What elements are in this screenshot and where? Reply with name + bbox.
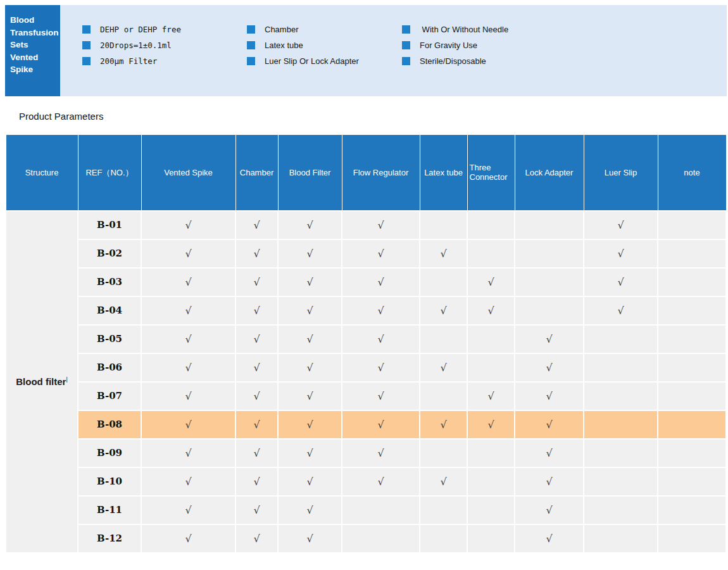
check-cell: √ bbox=[235, 382, 278, 410]
check-cell: √ bbox=[584, 268, 658, 296]
empty-cell bbox=[467, 524, 515, 553]
table-row: B-11√√√√ bbox=[6, 496, 726, 524]
empty-cell bbox=[658, 239, 726, 268]
table-row: B-03√√√√√√ bbox=[6, 268, 726, 296]
empty-cell bbox=[658, 496, 726, 524]
feature-item: DEHP or DEHP free bbox=[82, 25, 181, 34]
empty-cell bbox=[584, 353, 658, 382]
check-cell: √ bbox=[141, 410, 235, 439]
check-cell: √ bbox=[420, 296, 467, 325]
check-cell: √ bbox=[278, 239, 342, 268]
check-cell: √ bbox=[515, 496, 584, 524]
table-row: Blood filter|B-01√√√√√ bbox=[6, 211, 726, 239]
bullet-square-icon bbox=[82, 57, 91, 65]
table-body: Blood filter|B-01√√√√√B-02√√√√√√B-03√√√√… bbox=[6, 211, 726, 553]
feature-column-2: Chamber Latex tube Luer Slip Or Lock Ada… bbox=[247, 25, 359, 66]
check-cell: √ bbox=[141, 382, 235, 410]
check-cell: √ bbox=[278, 410, 342, 439]
check-cell: √ bbox=[342, 325, 420, 353]
check-cell: √ bbox=[515, 410, 584, 439]
feature-label: 200μm Filter bbox=[100, 56, 157, 66]
empty-cell bbox=[467, 353, 515, 382]
bullet-square-icon bbox=[247, 41, 255, 49]
check-cell: √ bbox=[515, 524, 584, 553]
check-cell: √ bbox=[584, 239, 658, 268]
check-cell: √ bbox=[515, 325, 584, 353]
empty-cell bbox=[467, 439, 515, 467]
column-header-note: note bbox=[658, 135, 726, 211]
table-row: B-02√√√√√√ bbox=[6, 239, 726, 268]
bullet-square-icon bbox=[247, 25, 255, 34]
empty-cell bbox=[584, 382, 658, 410]
check-cell: √ bbox=[420, 239, 467, 268]
ref-cell: B-03 bbox=[78, 268, 141, 296]
structure-cell: Blood filter| bbox=[6, 211, 78, 553]
feature-item: Sterile/Disposable bbox=[402, 56, 508, 66]
check-cell: √ bbox=[342, 211, 420, 239]
bullet-square-icon bbox=[402, 57, 410, 65]
empty-cell bbox=[584, 524, 658, 553]
empty-cell bbox=[658, 524, 726, 553]
check-cell: √ bbox=[141, 325, 235, 353]
check-cell: √ bbox=[467, 268, 515, 296]
column-header-chamber: Chamber bbox=[235, 135, 278, 211]
empty-cell bbox=[515, 239, 584, 268]
check-cell: √ bbox=[235, 239, 278, 268]
check-cell: √ bbox=[278, 268, 342, 296]
table-row: B-10√√√√√√ bbox=[6, 467, 726, 496]
table-header-row: Structure REF（NO.） Vented Spike Chamber … bbox=[6, 135, 726, 211]
check-cell: √ bbox=[235, 524, 278, 553]
ref-cell: B-09 bbox=[78, 439, 141, 467]
check-cell: √ bbox=[278, 211, 342, 239]
empty-cell bbox=[658, 296, 726, 325]
feature-column-3: With Or Without Needle For Gravity Use S… bbox=[402, 25, 508, 66]
empty-cell bbox=[658, 353, 726, 382]
check-cell: √ bbox=[278, 439, 342, 467]
check-cell: √ bbox=[141, 467, 235, 496]
empty-cell bbox=[342, 496, 420, 524]
ref-cell: B-08 bbox=[78, 410, 141, 439]
empty-cell bbox=[658, 325, 726, 353]
empty-cell bbox=[420, 268, 467, 296]
page-title: Product Parameters bbox=[19, 111, 103, 122]
table-row: B-06√√√√√√ bbox=[6, 353, 726, 382]
check-cell: √ bbox=[141, 439, 235, 467]
ref-cell: B-01 bbox=[78, 211, 141, 239]
feature-item: Chamber bbox=[247, 25, 359, 34]
check-cell: √ bbox=[235, 268, 278, 296]
check-cell: √ bbox=[342, 239, 420, 268]
feature-label: Chamber bbox=[265, 25, 298, 34]
ref-cell: B-06 bbox=[78, 353, 141, 382]
bullet-square-icon bbox=[402, 41, 410, 49]
empty-cell bbox=[658, 211, 726, 239]
check-cell: √ bbox=[278, 496, 342, 524]
check-cell: √ bbox=[141, 496, 235, 524]
feature-label: Luer Slip Or Lock Adapter bbox=[265, 56, 359, 66]
check-cell: √ bbox=[515, 439, 584, 467]
table-row: B-07√√√√√√ bbox=[6, 382, 726, 410]
feature-item: With Or Without Needle bbox=[402, 25, 508, 34]
check-cell: √ bbox=[141, 353, 235, 382]
table-row: B-09√√√√√ bbox=[6, 439, 726, 467]
empty-cell bbox=[467, 496, 515, 524]
check-cell: √ bbox=[584, 211, 658, 239]
check-cell: √ bbox=[235, 325, 278, 353]
structure-footnote-mark: | bbox=[66, 376, 67, 383]
column-header-ref-no: REF（NO.） bbox=[78, 135, 141, 211]
ref-cell: B-10 bbox=[78, 467, 141, 496]
check-cell: √ bbox=[420, 467, 467, 496]
check-cell: √ bbox=[342, 382, 420, 410]
check-cell: √ bbox=[278, 353, 342, 382]
check-cell: √ bbox=[467, 382, 515, 410]
ref-cell: B-05 bbox=[78, 325, 141, 353]
check-cell: √ bbox=[235, 353, 278, 382]
feature-label: With Or Without Needle bbox=[420, 25, 508, 34]
check-cell: √ bbox=[141, 296, 235, 325]
empty-cell bbox=[515, 211, 584, 239]
check-cell: √ bbox=[342, 296, 420, 325]
feature-item: 200μm Filter bbox=[82, 56, 181, 66]
empty-cell bbox=[584, 410, 658, 439]
column-header-structure: Structure bbox=[6, 135, 78, 211]
table-row: B-08√√√√√√√ bbox=[6, 410, 726, 439]
feature-label: 20Drops=1±0.1ml bbox=[100, 41, 172, 50]
